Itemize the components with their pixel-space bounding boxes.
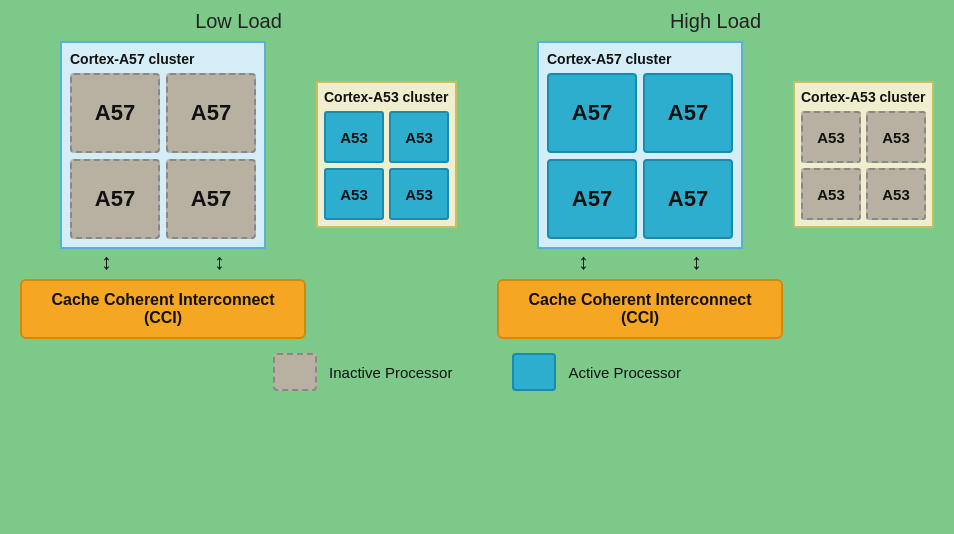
high-a53-0: A53 <box>801 111 861 163</box>
high-load-a57-cluster: Cortex-A57 cluster A57 A57 A57 A57 <box>537 41 743 249</box>
high-a53-1: A53 <box>866 111 926 163</box>
active-icon <box>512 353 556 391</box>
low-a57-0: A57 <box>70 73 160 153</box>
legend-active: Active Processor <box>512 353 681 391</box>
high-a53-3: A53 <box>866 168 926 220</box>
low-load-a53-cluster: Cortex-A53 cluster A53 A53 A53 A53 <box>316 81 457 228</box>
low-load-inner: Cortex-A57 cluster A57 A57 A57 A57 ↕ ↕ C… <box>20 41 457 339</box>
high-a57-3: A57 <box>643 159 733 239</box>
high-a57-2: A57 <box>547 159 637 239</box>
high-load-a57-label: Cortex-A57 cluster <box>547 51 733 67</box>
low-a53-3: A53 <box>389 168 449 220</box>
high-a57-arrow: ↕ <box>578 249 589 275</box>
legend-inactive: Inactive Processor <box>273 353 452 391</box>
high-load-inner: Cortex-A57 cluster A57 A57 A57 A57 ↕ ↕ C… <box>497 41 934 339</box>
low-a57-3: A57 <box>166 159 256 239</box>
high-load-a53-label: Cortex-A53 cluster <box>801 89 926 105</box>
high-load-a53-grid: A53 A53 A53 A53 <box>801 111 926 220</box>
inactive-icon <box>273 353 317 391</box>
legend: Inactive Processor Active Processor <box>273 353 681 391</box>
high-load-title: High Load <box>670 10 761 33</box>
high-load-a53-cluster: Cortex-A53 cluster A53 A53 A53 A53 <box>793 81 934 228</box>
low-a53-arrow: ↕ <box>214 249 225 275</box>
high-cci: Cache Coherent Interconnect (CCI) <box>497 279 783 339</box>
main-content: Low Load Cortex-A57 cluster A57 A57 A57 … <box>0 0 954 339</box>
low-load-a57-grid: A57 A57 A57 A57 <box>70 73 256 239</box>
low-a57-arrow: ↕ <box>101 249 112 275</box>
low-cci: Cache Coherent Interconnect (CCI) <box>20 279 306 339</box>
high-a57-1: A57 <box>643 73 733 153</box>
high-load-a57-grid: A57 A57 A57 A57 <box>547 73 733 239</box>
low-a57-1: A57 <box>166 73 256 153</box>
low-load-a53-grid: A53 A53 A53 A53 <box>324 111 449 220</box>
high-a57-0: A57 <box>547 73 637 153</box>
high-a53-2: A53 <box>801 168 861 220</box>
low-load-a53-label: Cortex-A53 cluster <box>324 89 449 105</box>
low-load-title: Low Load <box>195 10 282 33</box>
active-label: Active Processor <box>568 364 681 381</box>
low-load-a57-cluster: Cortex-A57 cluster A57 A57 A57 A57 <box>60 41 266 249</box>
low-a57-2: A57 <box>70 159 160 239</box>
low-a53-0: A53 <box>324 111 384 163</box>
low-load-scenario: Low Load Cortex-A57 cluster A57 A57 A57 … <box>20 10 457 339</box>
high-load-scenario: High Load Cortex-A57 cluster A57 A57 A57… <box>497 10 934 339</box>
inactive-label: Inactive Processor <box>329 364 452 381</box>
low-a53-1: A53 <box>389 111 449 163</box>
high-a53-arrow: ↕ <box>691 249 702 275</box>
low-a53-2: A53 <box>324 168 384 220</box>
low-load-a57-label: Cortex-A57 cluster <box>70 51 256 67</box>
